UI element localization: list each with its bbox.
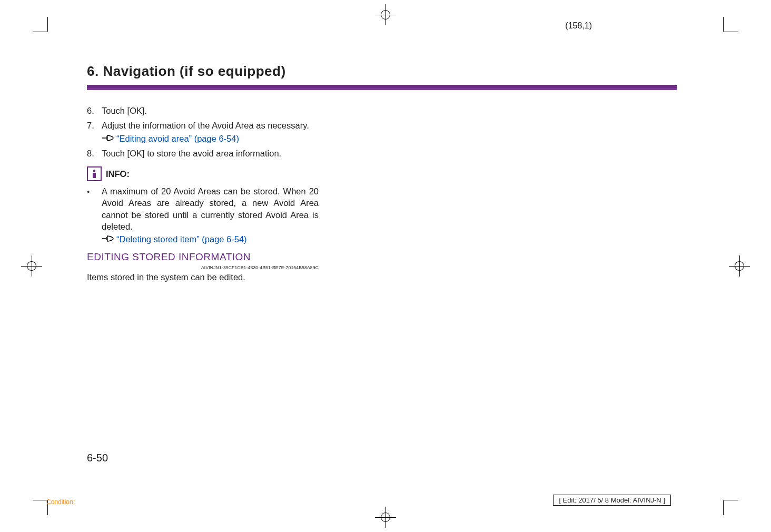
page-content: 6. Navigation (if so equipped) 6. Touch … [87, 63, 677, 283]
condition-label: Condition: [46, 498, 75, 506]
xref-hand-icon [102, 233, 116, 245]
step-6: 6. Touch [OK]. [87, 105, 319, 116]
text-column: 6. Touch [OK]. 7. Adjust the information… [87, 105, 319, 283]
register-mark-top [375, 4, 396, 25]
info-bullets: A maximum of 20 Avoid Areas can be store… [87, 185, 319, 245]
bullet-item: A maximum of 20 Avoid Areas can be store… [87, 185, 319, 245]
xref-link-deleting-stored-item[interactable]: “Deleting stored item” (page 6-54) [116, 233, 247, 245]
step-text: Touch [OK]. [102, 105, 319, 116]
section-paragraph: Items stored in the system can be edited… [87, 271, 319, 283]
edit-info-box: [ Edit: 2017/ 5/ 8 Model: AIVINJ-N ] [553, 495, 671, 506]
crop-mark-br [703, 479, 724, 500]
step-text: Touch [OK] to store the avoid area infor… [102, 147, 319, 159]
step-7: 7. Adjust the information of the Avoid A… [87, 120, 319, 144]
info-icon [87, 166, 102, 181]
step-number: 7. [87, 120, 102, 144]
chapter-heading: 6. Navigation (if so equipped) [87, 63, 677, 80]
sheet-number: (158,1) [565, 21, 592, 31]
step-8: 8. Touch [OK] to store the avoid area in… [87, 147, 319, 159]
section-heading: EDITING STORED INFORMATION [87, 250, 319, 264]
crop-mark-bl [47, 479, 68, 500]
register-mark-left [21, 255, 42, 277]
step-number: 8. [87, 147, 102, 159]
xref-link-editing-avoid-area[interactable]: “Editing avoid area” (page 6-54) [116, 133, 239, 144]
bullet-dot-icon [87, 185, 102, 245]
crop-mark-tl [47, 32, 68, 53]
bullet-text: A maximum of 20 Avoid Areas can be store… [102, 186, 319, 231]
register-mark-right [729, 255, 750, 277]
step-number: 6. [87, 105, 102, 116]
page-number: 6-50 [87, 452, 108, 464]
heading-rule [87, 85, 677, 90]
section-id: AIVINJN1-39CF1CB1-4830-4B51-BE7E-70154B5… [87, 265, 319, 271]
register-mark-bottom [375, 507, 396, 528]
step-text: Adjust the information of the Avoid Area… [102, 121, 309, 130]
crop-mark-tr [703, 32, 724, 53]
info-callout: INFO: [87, 166, 319, 181]
xref-hand-icon [102, 133, 116, 144]
info-label: INFO: [106, 168, 130, 180]
numbered-steps: 6. Touch [OK]. 7. Adjust the information… [87, 105, 319, 159]
